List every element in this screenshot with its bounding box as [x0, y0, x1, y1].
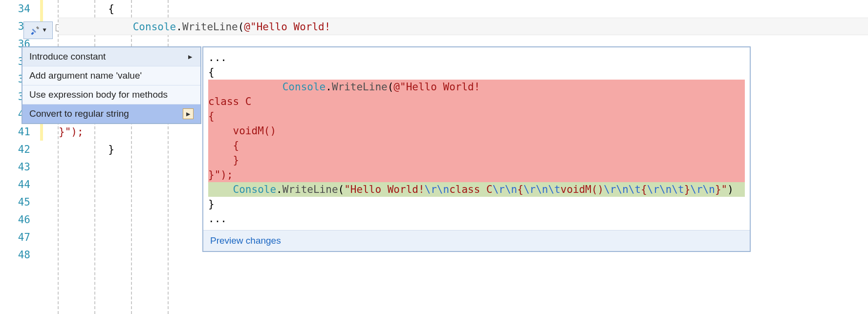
- line-number: 48: [0, 246, 37, 264]
- line-number: 44: [0, 176, 37, 193]
- preview-context-line: ...: [208, 211, 745, 226]
- quick-action-label: Use expression body for methods: [29, 89, 168, 100]
- line-number: 45: [0, 193, 37, 211]
- line-number: 34: [0, 0, 37, 18]
- chevron-down-icon: ▼: [43, 27, 46, 34]
- chevron-right-icon: ▶: [183, 108, 194, 119]
- preview-deleted-line: class C: [208, 94, 745, 109]
- preview-deleted-line: Console.WriteLine(@"Hello World!: [208, 80, 745, 94]
- preview-deleted-line: }");: [208, 167, 745, 182]
- quick-action-item[interactable]: Use expression body for methods: [22, 85, 200, 105]
- preview-context-line: {: [208, 65, 745, 80]
- line-number: 47: [0, 229, 37, 246]
- quick-action-item[interactable]: Add argument name 'value': [22, 66, 200, 85]
- preview-deleted-line: {: [208, 138, 745, 153]
- preview-context-line: }: [208, 197, 745, 211]
- line-number: 41: [0, 123, 37, 141]
- line-number: 46: [0, 211, 37, 229]
- preview-diff: ... { Console.WriteLine(@"Hello World! c…: [203, 47, 750, 230]
- quick-action-item[interactable]: Introduce constant▶: [22, 47, 200, 66]
- code-line: {: [59, 0, 868, 18]
- line-number: 43: [0, 158, 37, 176]
- preview-context-line: ...: [208, 50, 745, 65]
- quick-action-item[interactable]: Convert to regular string▶: [22, 105, 200, 123]
- screwdriver-icon: [30, 25, 41, 36]
- preview-deleted-line: voidM(): [208, 124, 745, 138]
- svg-rect-0: [31, 32, 34, 35]
- preview-added-line: Console.WriteLine("Hello World!\r\nclass…: [208, 182, 745, 197]
- quick-action-label: Introduce constant: [29, 51, 106, 62]
- code-line-current: Console.WriteLine(@"Hello World!: [59, 18, 868, 35]
- refactor-preview-popup: ... { Console.WriteLine(@"Hello World! c…: [202, 46, 751, 252]
- preview-deleted-line: {: [208, 109, 745, 124]
- quick-actions-menu: Introduce constant▶Add argument name 'va…: [22, 46, 201, 124]
- preview-changes-link[interactable]: Preview changes: [203, 230, 750, 251]
- code-editor: 343536373839404142434445464748 - { Conso…: [0, 0, 868, 314]
- quick-actions-trigger[interactable]: ▼: [23, 21, 53, 39]
- quick-action-label: Add argument name 'value': [29, 70, 142, 81]
- line-number: 42: [0, 141, 37, 158]
- preview-deleted-line: }: [208, 153, 745, 167]
- quick-action-label: Convert to regular string: [29, 108, 129, 119]
- chevron-right-icon: ▶: [187, 54, 194, 60]
